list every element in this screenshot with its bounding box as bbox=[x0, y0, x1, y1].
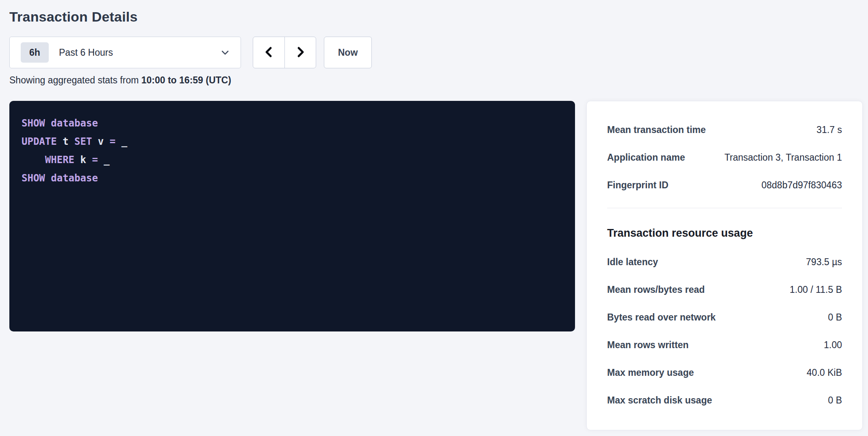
summary-label: Max scratch disk usage bbox=[607, 395, 720, 405]
sql-line: SHOW database bbox=[22, 169, 563, 187]
sql-token: = bbox=[110, 136, 115, 147]
sql-line: WHERE k = _ bbox=[22, 151, 563, 169]
summary-value: 40.0 KiB bbox=[807, 368, 842, 377]
chevron-left-icon bbox=[263, 45, 275, 60]
sql-token: database bbox=[51, 172, 98, 184]
summary-label: Fingerprint ID bbox=[607, 180, 677, 190]
summary-label: Mean transaction time bbox=[607, 125, 714, 135]
now-button[interactable]: Now bbox=[324, 37, 372, 68]
caption-time-range: 10:00 to 16:59 (UTC) bbox=[141, 75, 231, 85]
sql-token: = bbox=[92, 154, 98, 166]
summary-label: Bytes read over network bbox=[607, 312, 724, 322]
sql-token bbox=[45, 172, 51, 184]
resource-usage-heading: Transaction resource usage bbox=[607, 227, 842, 239]
prev-interval-button[interactable] bbox=[253, 37, 284, 68]
summary-value: 08d8b7d97f830463 bbox=[762, 180, 842, 190]
summary-label: Mean rows/bytes read bbox=[607, 285, 713, 294]
sql-token: database bbox=[51, 118, 98, 129]
time-range-badge: 6h bbox=[21, 42, 49, 63]
resource-stats-rows: Idle latency793.5 µsMean rows/bytes read… bbox=[607, 257, 842, 405]
summary-row: Fingerprint ID08d8b7d97f830463 bbox=[607, 180, 842, 190]
sql-token: WHERE bbox=[45, 154, 74, 166]
sql-token: k bbox=[74, 154, 92, 166]
summary-row: Mean rows written1.00 bbox=[607, 340, 842, 350]
summary-label: Max memory usage bbox=[607, 368, 702, 377]
summary-row: Mean rows/bytes read1.00 / 11.5 B bbox=[607, 285, 842, 294]
sql-token: SHOW bbox=[22, 118, 45, 129]
time-range-picker[interactable]: 6h Past 6 Hours bbox=[9, 37, 241, 68]
summary-value: 0 B bbox=[828, 395, 842, 405]
summary-row: Max scratch disk usage0 B bbox=[607, 395, 842, 405]
sql-token: t bbox=[57, 136, 74, 147]
next-interval-button[interactable] bbox=[284, 37, 316, 68]
sql-token: _ bbox=[98, 154, 110, 166]
sql-code: SHOW databaseUPDATE t SET v = _ WHERE k … bbox=[22, 114, 563, 187]
chevron-down-icon bbox=[220, 48, 230, 57]
sql-token bbox=[22, 154, 45, 166]
page-title: Transaction Details bbox=[9, 8, 868, 25]
summary-row: Max memory usage40.0 KiB bbox=[607, 368, 842, 377]
caption-prefix: Showing aggregated stats from bbox=[9, 75, 141, 85]
aggregated-stats-caption: Showing aggregated stats from 10:00 to 1… bbox=[9, 75, 868, 85]
sql-statement-box: SHOW databaseUPDATE t SET v = _ WHERE k … bbox=[9, 101, 575, 331]
sql-line: SHOW database bbox=[22, 114, 563, 133]
summary-row: Mean transaction time31.7 s bbox=[607, 125, 842, 135]
summary-value: 793.5 µs bbox=[806, 257, 842, 267]
sql-token: v bbox=[92, 136, 109, 147]
sql-token: UPDATE bbox=[22, 136, 57, 147]
summary-value: 0 B bbox=[828, 312, 842, 322]
sql-token: _ bbox=[115, 136, 127, 147]
time-step-buttons bbox=[253, 37, 316, 68]
sql-token bbox=[45, 118, 51, 129]
chevron-right-icon bbox=[294, 45, 306, 60]
transaction-summary-card: Mean transaction time31.7 sApplication n… bbox=[586, 101, 863, 430]
time-controls: 6h Past 6 Hours bbox=[9, 37, 868, 68]
time-range-label: Past 6 Hours bbox=[59, 47, 220, 58]
summary-row: Bytes read over network0 B bbox=[607, 312, 842, 322]
main-content: SHOW databaseUPDATE t SET v = _ WHERE k … bbox=[9, 101, 868, 430]
sql-line: UPDATE t SET v = _ bbox=[22, 133, 563, 151]
sql-token: SHOW bbox=[22, 172, 45, 184]
summary-value: Transaction 3, Transaction 1 bbox=[725, 153, 842, 162]
summary-value: 1.00 bbox=[824, 340, 842, 350]
summary-row: Idle latency793.5 µs bbox=[607, 257, 842, 267]
transaction-details-page: Transaction Details 6h Past 6 Hours bbox=[0, 0, 868, 430]
card-divider bbox=[607, 208, 842, 208]
general-stats-rows: Mean transaction time31.7 sApplication n… bbox=[607, 125, 842, 190]
summary-label: Idle latency bbox=[607, 257, 666, 267]
summary-label: Application name bbox=[607, 153, 693, 162]
summary-value: 1.00 / 11.5 B bbox=[790, 285, 842, 294]
summary-row: Application nameTransaction 3, Transacti… bbox=[607, 153, 842, 162]
summary-value: 31.7 s bbox=[816, 125, 842, 135]
sql-token: SET bbox=[74, 136, 92, 147]
summary-label: Mean rows written bbox=[607, 340, 697, 350]
